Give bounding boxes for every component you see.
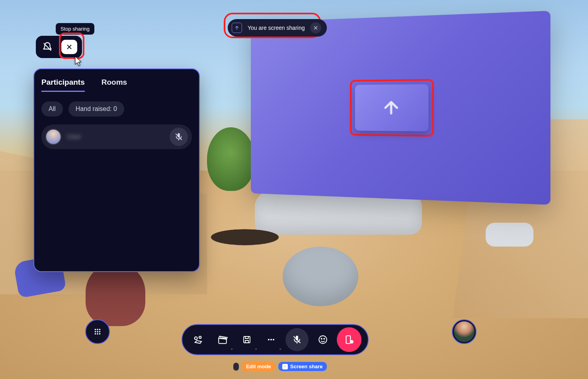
chevron-down-icon: ⌄ [230,346,233,350]
svg-point-11 [351,340,354,343]
screen-share-label: Screen share [290,363,323,369]
svg-rect-10 [346,336,351,344]
participant-name: User [67,133,164,141]
svg-point-8 [321,338,322,339]
share-square-icon: ↑ [282,364,288,369]
svg-point-19 [97,333,98,335]
participant-mic-button[interactable] [170,128,188,146]
stop-sharing-tooltip: Stop sharing [56,23,94,35]
svg-point-12 [95,329,96,330]
stop-sharing-button[interactable] [61,40,77,54]
tab-rooms[interactable]: Rooms [102,78,127,92]
edit-mode-pill[interactable]: Edit mode [242,362,275,371]
participants-panel: Participants Rooms All Hand raised: 0 Us… [33,68,200,272]
svg-point-7 [319,336,327,344]
svg-point-17 [99,331,101,332]
filter-row: All Hand raised: 0 [41,101,192,117]
smile-icon [318,334,328,345]
reactions-button[interactable] [313,330,333,350]
screen-sharing-banner: You are screen sharing [228,19,327,37]
more-icon [266,335,276,344]
share-arrow-icon [232,23,242,33]
clapper-icon [217,334,228,345]
pouf [86,262,145,326]
filter-all[interactable]: All [41,101,63,117]
screen-highlight [350,79,434,136]
ottoman [283,247,358,306]
arrow-up-icon [381,98,401,117]
svg-point-13 [97,329,98,330]
svg-point-15 [95,331,96,332]
svg-point-14 [99,329,101,330]
app-grid-button[interactable] [85,319,110,344]
svg-point-18 [95,333,96,335]
cursor-icon [74,56,83,67]
save-icon [242,335,252,344]
svg-rect-3 [244,336,250,343]
leave-button[interactable] [337,327,361,352]
tab-participants[interactable]: Participants [41,78,85,92]
svg-point-4 [268,339,270,340]
screen-share-pill[interactable]: ↑ Screen share [278,362,327,371]
participant-row[interactable]: User [41,124,192,149]
close-icon [313,25,318,31]
self-avatar [454,321,475,342]
svg-point-20 [99,333,101,335]
banner-text: You are screen sharing [248,25,305,31]
status-row: Edit mode ↑ Screen share [233,362,327,371]
svg-point-6 [273,339,274,340]
self-avatar-button[interactable] [452,319,477,344]
svg-point-1 [199,336,201,338]
banner-close-button[interactable] [310,22,321,33]
mic-off-icon [174,132,183,141]
svg-point-0 [195,337,197,340]
svg-point-5 [270,339,272,340]
save-button[interactable]: ⌄ [237,330,257,350]
exit-icon [344,334,354,345]
panel-tabs: Participants Rooms [41,78,192,92]
notifications-icon[interactable] [41,40,54,54]
more-button[interactable]: ⌄ [261,330,281,350]
status-indicator [233,363,239,371]
close-icon [66,43,73,51]
virtual-screen[interactable] [251,11,551,205]
upload-card [355,84,429,132]
clapper-button[interactable]: ⌄ [213,330,232,350]
filter-hand-raised[interactable]: Hand raised: 0 [68,101,124,117]
mic-off-icon [292,335,302,344]
participant-avatar [45,129,61,145]
chevron-down-icon: ⌄ [254,346,258,350]
chevron-down-icon: ⌄ [279,346,282,350]
bottom-dock: ⌄ ⌄ ⌄ [182,324,369,355]
tree [207,127,255,191]
cushion [486,223,533,247]
svg-point-16 [97,331,98,332]
grid-icon [93,327,102,336]
palette-icon [193,334,204,345]
mic-toggle-button[interactable] [285,328,309,351]
customize-button[interactable] [188,330,208,350]
svg-point-9 [324,338,324,339]
sharing-toolbar [36,36,82,58]
